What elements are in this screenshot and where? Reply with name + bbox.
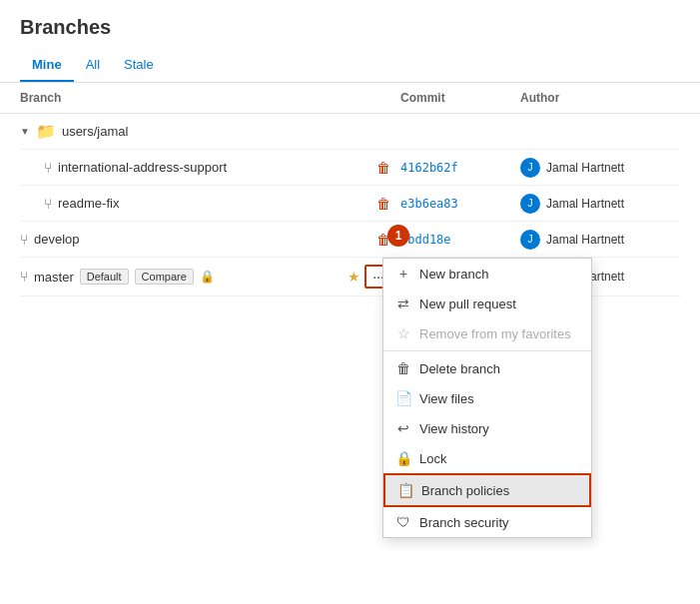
tab-mine[interactable]: Mine xyxy=(20,49,74,82)
author-section: J Jamal Hartnett xyxy=(520,230,680,250)
author-section: J Jamal Hartnett xyxy=(520,158,680,178)
menu-item-view-history[interactable]: ↩ View history xyxy=(383,413,591,443)
pull-request-icon: ⇄ xyxy=(395,296,411,311)
tab-stale[interactable]: Stale xyxy=(112,49,166,82)
view-history-icon: ↩ xyxy=(395,420,411,436)
branch-name: readme-fix xyxy=(58,196,119,211)
branch-icon: ⑂ xyxy=(20,269,28,285)
menu-item-label: Branch security xyxy=(419,515,509,530)
menu-item-label: Delete branch xyxy=(419,361,500,376)
branch-icon: ⑂ xyxy=(44,160,52,176)
table-header: Branch Commit Author xyxy=(0,83,700,114)
master-name-section: ⑂ master Default Compare 🔒 xyxy=(20,269,348,285)
commit-hash: e3b6ea83 xyxy=(400,197,520,211)
new-branch-icon: + xyxy=(395,266,411,282)
delete-icon[interactable]: 🗑 xyxy=(376,160,390,176)
branches-list: ▼ 📁 users/jamal ⑂ international-address-… xyxy=(0,114,700,297)
delete-branch-icon: 🗑 xyxy=(395,360,411,376)
branch-col-header: Branch xyxy=(20,91,400,105)
menu-item-new-branch[interactable]: + New branch xyxy=(383,259,591,289)
menu-item-branch-security[interactable]: 🛡 Branch security xyxy=(383,507,591,537)
author-col-header: Author xyxy=(520,91,680,105)
branches-page: Branches Mine All Stale Branch Commit Au… xyxy=(0,0,700,604)
menu-item-label: New branch xyxy=(419,267,488,282)
branch-name-section: ⑂ international-address-support xyxy=(44,160,376,176)
menu-item-branch-policies[interactable]: 📋 Branch policies xyxy=(383,473,591,507)
lock-icon: 🔒 xyxy=(395,450,411,466)
compare-badge[interactable]: Compare xyxy=(135,269,194,285)
menu-item-label: Remove from my favorites xyxy=(419,326,571,341)
menu-item-delete-branch[interactable]: 🗑 Delete branch xyxy=(383,353,591,383)
group-name: users/jamal xyxy=(62,124,128,139)
author-name: Jamal Hartnett xyxy=(546,197,624,211)
branch-name-section: ⑂ readme-fix xyxy=(44,196,376,212)
group-header: ▼ 📁 users/jamal xyxy=(20,114,680,150)
view-files-icon: 📄 xyxy=(395,390,411,406)
branch-policies-icon: 📋 xyxy=(397,482,413,498)
branch-icon: ⑂ xyxy=(44,196,52,212)
page-header: Branches Mine All Stale xyxy=(0,0,700,83)
menu-item-label: View files xyxy=(419,391,474,406)
branch-name: master xyxy=(34,270,74,285)
menu-divider xyxy=(383,350,591,351)
menu-item-label: Branch policies xyxy=(421,483,509,498)
menu-item-lock[interactable]: 🔒 Lock xyxy=(383,443,591,473)
branch-row: ⑂ international-address-support 🗑 4162b6… xyxy=(20,150,680,186)
star-icon: ☆ xyxy=(395,325,411,341)
delete-icon[interactable]: 🗑 xyxy=(376,196,390,212)
avatar: J xyxy=(520,194,540,214)
menu-item-label: View history xyxy=(419,421,489,436)
branch-security-icon: 🛡 xyxy=(395,514,411,530)
folder-icon: 📁 xyxy=(36,122,56,141)
tab-bar: Mine All Stale xyxy=(20,49,680,82)
page-title: Branches xyxy=(20,16,680,39)
author-name: Jamal Hartnett xyxy=(546,233,624,247)
lock-icon: 🔒 xyxy=(200,270,215,284)
commit-col-header: Commit xyxy=(400,91,520,105)
avatar: J xyxy=(520,158,540,178)
context-menu: + New branch ⇄ New pull request ☆ Remove… xyxy=(382,258,592,538)
author-section: J Jamal Hartnett xyxy=(520,194,680,214)
avatar: J xyxy=(520,230,540,250)
step-1-badge: 1 xyxy=(387,225,409,247)
author-name: Jamal Hartnett xyxy=(546,161,624,175)
branch-icon: ⑂ xyxy=(20,232,28,248)
star-icon[interactable]: ★ xyxy=(348,269,360,285)
menu-item-view-files[interactable]: 📄 View files xyxy=(383,383,591,413)
branch-row: ⑂ readme-fix 🗑 e3b6ea83 J Jamal Hartnett xyxy=(20,186,680,222)
default-badge: Default xyxy=(80,269,129,285)
branch-row: ⑂ develop 🗑 9bdd18e J Jamal Hartnett xyxy=(20,222,680,258)
branch-name: international-address-support xyxy=(58,160,227,175)
menu-item-label: Lock xyxy=(419,451,446,466)
commit-hash: 9bdd18e xyxy=(400,233,520,247)
menu-item-remove-favorites: ☆ Remove from my favorites xyxy=(383,318,591,348)
commit-hash: 4162b62f xyxy=(400,161,520,175)
menu-item-label: New pull request xyxy=(419,297,516,311)
menu-item-new-pr[interactable]: ⇄ New pull request xyxy=(383,289,591,318)
chevron-icon: ▼ xyxy=(20,126,30,137)
tab-all[interactable]: All xyxy=(74,49,112,82)
branch-name: develop xyxy=(34,232,80,247)
branch-name-section: ⑂ develop xyxy=(20,232,376,248)
